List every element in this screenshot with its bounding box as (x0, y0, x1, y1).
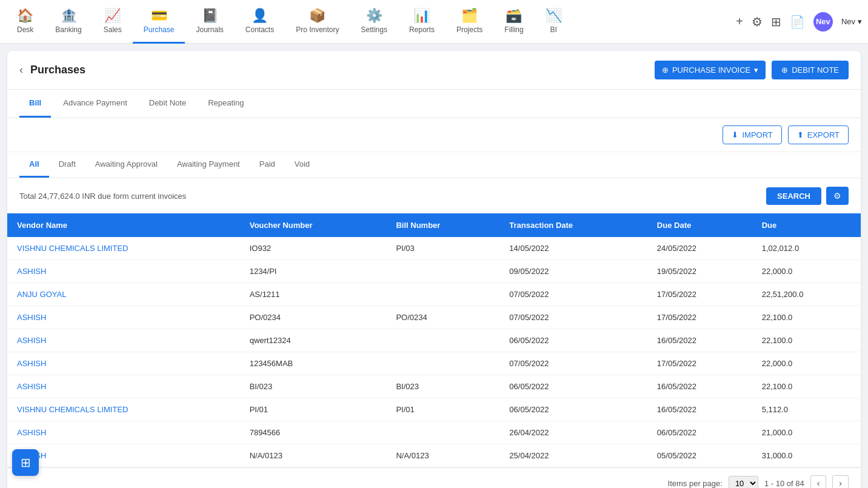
projects-label: Projects (456, 25, 482, 34)
vendor-link[interactable]: ASHISH (17, 267, 46, 276)
vendor-cell[interactable]: ANJU GOYAL (7, 283, 240, 306)
nav-item-filling[interactable]: 🗃️ Filling (493, 0, 534, 44)
due-cell: 1,02,012.0 (752, 237, 861, 260)
col-due-date: Due Date (647, 213, 752, 237)
import-icon: ⬇ (732, 130, 738, 139)
nav-right: + ⚙ ⊞ 📄 Nev Nev ▾ (736, 12, 862, 32)
bill-cell: PI/03 (386, 237, 499, 260)
transaction-date-cell: 09/05/2022 (499, 260, 647, 283)
tab-advance-payment[interactable]: Advance Payment (53, 90, 137, 118)
filter-tab-awaiting-payment[interactable]: Awaiting Payment (167, 152, 250, 178)
vendor-cell[interactable]: ASHISH (7, 444, 240, 467)
tab-bill[interactable]: Bill (19, 90, 51, 118)
add-icon[interactable]: + (736, 15, 743, 28)
filter-tab-draft[interactable]: Draft (49, 152, 85, 178)
vendor-link[interactable]: ASHISH (17, 359, 46, 368)
voucher-cell: qwert12324 (240, 329, 387, 352)
table-row[interactable]: VISHNU CHEMICALS LIMITED PI/01 PI/01 06/… (7, 398, 861, 421)
gear-button[interactable]: ⚙ (826, 187, 849, 205)
vendor-link[interactable]: VISHNU CHEMICALS LIMITED (17, 244, 128, 253)
nav-item-journals[interactable]: 📓 Journals (185, 0, 234, 44)
filter-tab-void[interactable]: Void (285, 152, 319, 178)
purchase-invoice-button[interactable]: ⊕ PURCHASE INVOICE ▾ (655, 61, 766, 79)
vendor-cell[interactable]: ASHISH (7, 329, 240, 352)
tab-debit-note[interactable]: Debit Note (139, 90, 196, 118)
nav-item-pro-inventory[interactable]: 📦 Pro Inventory (285, 0, 350, 44)
next-page-button[interactable]: › (832, 475, 849, 488)
search-row: Total 24,77,624.0 INR due form current i… (7, 178, 861, 213)
nav-item-reports[interactable]: 📊 Reports (398, 0, 446, 44)
prev-page-button[interactable]: ‹ (810, 475, 827, 488)
tab-repeating[interactable]: Repeating (198, 90, 253, 118)
export-button[interactable]: ⬆ EXPORT (788, 125, 849, 144)
due-date-cell: 06/05/2022 (647, 421, 752, 444)
bill-cell (386, 352, 499, 375)
vendor-link[interactable]: ANJU GOYAL (17, 290, 66, 299)
debit-note-button[interactable]: ⊕ DEBIT NOTE (772, 61, 849, 79)
table-row[interactable]: ANJU GOYAL AS/1211 07/05/2022 17/05/2022… (7, 283, 861, 306)
plus-icon: ⊕ (662, 65, 669, 75)
search-button[interactable]: SEARCH (766, 187, 821, 205)
vendor-cell[interactable]: ASHISH (7, 352, 240, 375)
vendor-link[interactable]: ASHISH (17, 336, 46, 345)
reports-icon: 📊 (413, 8, 430, 24)
journals-icon: 📓 (202, 8, 218, 24)
nav-item-bi[interactable]: 📉 BI (535, 0, 573, 44)
filter-tab-awaiting-approval[interactable]: Awaiting Approval (85, 152, 167, 178)
vendor-link[interactable]: ASHISH (17, 382, 46, 391)
due-date-cell: 19/05/2022 (647, 260, 752, 283)
nav-item-purchase[interactable]: 💳 Purchase (133, 0, 185, 44)
vendor-link[interactable]: ASHISH (17, 428, 46, 437)
voucher-cell: N/A/0123 (240, 444, 387, 467)
user-avatar[interactable]: Nev (813, 12, 833, 32)
nav-item-contacts[interactable]: 👤 Contacts (235, 0, 285, 44)
nav-item-sales[interactable]: 📈 Sales (93, 0, 133, 44)
table-row[interactable]: ASHISH BI/023 BI/023 06/05/2022 16/05/20… (7, 375, 861, 398)
nav-item-settings[interactable]: ⚙️ Settings (350, 0, 398, 44)
page-header-left: ‹ Purchases (19, 64, 85, 76)
due-date-cell: 16/05/2022 (647, 375, 752, 398)
vendor-cell[interactable]: VISHNU CHEMICALS LIMITED (7, 237, 240, 260)
voucher-cell: 1234/PI (240, 260, 387, 283)
vendor-cell[interactable]: ASHISH (7, 375, 240, 398)
voucher-cell: IO932 (240, 237, 387, 260)
nav-item-projects[interactable]: 🗂️ Projects (446, 0, 493, 44)
vendor-link[interactable]: VISHNU CHEMICALS LIMITED (17, 405, 128, 414)
transaction-date-cell: 06/05/2022 (499, 375, 647, 398)
voucher-cell: 7894566 (240, 421, 387, 444)
bottom-left-grid-button[interactable]: ⊞ (12, 449, 39, 476)
table-row[interactable]: ASHISH N/A/0123 N/A/0123 25/04/2022 05/0… (7, 444, 861, 467)
table-row[interactable]: ASHISH qwert12324 06/05/2022 16/05/2022 … (7, 329, 861, 352)
nav-item-desk[interactable]: 🏠 Desk (6, 0, 44, 44)
doc-icon[interactable]: 📄 (790, 15, 805, 29)
due-cell: 22,51,200.0 (752, 283, 861, 306)
due-cell: 22,100.0 (752, 375, 861, 398)
due-cell: 31,000.0 (752, 444, 861, 467)
filter-tab-paid[interactable]: Paid (250, 152, 285, 178)
desk-label: Desk (17, 25, 33, 34)
vendor-link[interactable]: ASHISH (17, 313, 46, 322)
table-row[interactable]: ASHISH PO/0234 PO/0234 07/05/2022 17/05/… (7, 306, 861, 329)
grid-icon[interactable]: ⊞ (771, 15, 781, 29)
bill-cell (386, 329, 499, 352)
settings-icon[interactable]: ⚙ (752, 15, 763, 29)
pagination-row: Items per page: 10 25 50 1 - 10 of 84 ‹ … (7, 467, 861, 488)
vendor-cell[interactable]: ASHISH (7, 421, 240, 444)
vendor-cell[interactable]: ASHISH (7, 306, 240, 329)
user-name-label[interactable]: Nev ▾ (841, 17, 862, 26)
table-row[interactable]: ASHISH 1234/PI 09/05/2022 19/05/2022 22,… (7, 260, 861, 283)
table-row[interactable]: ASHISH 7894566 26/04/2022 06/05/2022 21,… (7, 421, 861, 444)
nav-item-banking[interactable]: 🏦 Banking (44, 0, 92, 44)
page-size-select[interactable]: 10 25 50 (729, 476, 758, 489)
table-row[interactable]: VISHNU CHEMICALS LIMITED IO932 PI/03 14/… (7, 237, 861, 260)
voucher-cell: 123456MAB (240, 352, 387, 375)
filter-tab-all[interactable]: All (19, 152, 49, 178)
page-title: Purchases (30, 64, 85, 76)
import-button[interactable]: ⬇ IMPORT (723, 125, 781, 144)
page-container: ‹ Purchases ⊕ PURCHASE INVOICE ▾ ⊕ DEBIT… (7, 51, 861, 488)
table-row[interactable]: ASHISH 123456MAB 07/05/2022 17/05/2022 2… (7, 352, 861, 375)
back-button[interactable]: ‹ (19, 64, 23, 76)
desk-icon: 🏠 (17, 8, 33, 24)
vendor-cell[interactable]: VISHNU CHEMICALS LIMITED (7, 398, 240, 421)
vendor-cell[interactable]: ASHISH (7, 260, 240, 283)
